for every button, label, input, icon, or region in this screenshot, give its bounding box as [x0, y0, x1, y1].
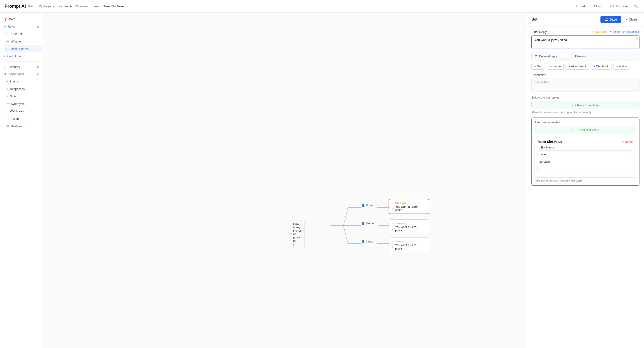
large-node-tag: ☆ pizza size [392, 240, 426, 242]
synonyms-icon: ⇔ [6, 102, 9, 106]
reset-slot-button[interactable]: + + Reset Slot Value [534, 126, 636, 134]
bot-panel-header: Bot 💾 Save ✕ Close [527, 13, 644, 27]
small-tag-text: pizza size [395, 201, 406, 204]
sidebar-item-intents[interactable]: ≡ Intents [4, 78, 42, 85]
main-layout: ❓ FAQ ⇄ Flows ∧ ⊢ Fruit Bot ⊢ Weather ⊢ … [0, 13, 644, 348]
undo-label: Undo [596, 5, 603, 8]
save-icon: 💾 [604, 18, 608, 21]
sidebar-item-slots[interactable]: ≡ Slots [4, 93, 42, 100]
play-icon-large: ▷ [392, 245, 394, 248]
slot-name-label: Slot Name [540, 146, 554, 149]
plus-icon-webhook: + [594, 65, 596, 68]
sidebar-item-responses[interactable]: ≡ Responses [4, 85, 42, 92]
plus-conditions-icon: + [572, 103, 573, 107]
star-icon: ☆ [592, 30, 594, 34]
sidebar-item-weather[interactable]: ⊢ Weather [4, 38, 42, 45]
save-label: Save [610, 18, 617, 21]
topbar: Prompt AI Beta My Projects / Documents /… [0, 0, 644, 13]
sidebar-item-webhooks[interactable]: ○ Webhooks [4, 108, 42, 115]
favorites-label: Favorites [8, 65, 20, 69]
sidebar-item-fruit-bot[interactable]: ⊢ Fruit Bot [4, 30, 42, 38]
description-section: Description [532, 73, 640, 92]
redo-button[interactable]: ↻ Redo [574, 4, 588, 9]
canvas[interactable]: ▷ How many inches of pizza do yo... 👤 Sm… [43, 13, 527, 348]
save-button[interactable]: 💾 Save [600, 16, 621, 23]
dashboard-icon: ⊞ [6, 124, 9, 128]
breadcrumb-documents[interactable]: Documents [58, 5, 72, 8]
project-view-header[interactable]: ⊙ Project View ∧ [0, 71, 43, 78]
sidebar-faq-label: FAQ [9, 18, 15, 21]
redo-label: Redo [580, 5, 586, 8]
close-icon: ✕ [625, 18, 628, 21]
breadcrumb-flows[interactable]: Flows [92, 5, 99, 8]
zoom-button[interactable]: 🔍 [632, 4, 640, 9]
responses-icon: ≡ [6, 87, 8, 91]
add-flow-button[interactable]: + + Add Flow [0, 53, 43, 60]
app-logo: Prompt AI Beta [4, 4, 33, 9]
sidebar-item-reset-slot[interactable]: ⊢ Reset Slot Val... [4, 45, 42, 52]
bot-reply-input[interactable]: You want a {size} pizza. [532, 36, 640, 49]
add-webhook-button[interactable]: + Webhook [591, 63, 612, 70]
add-attachment-button[interactable]: + Attachment [566, 63, 589, 70]
flows-group-header[interactable]: ⇄ Flows ∧ [0, 23, 43, 30]
delayed-unit: millisecond [573, 55, 587, 58]
close-textarea-icon[interactable]: ✕ [636, 36, 638, 41]
slot-name-select[interactable]: size [538, 150, 634, 158]
pizza-size-text: pizza size [595, 30, 607, 34]
action-icon: ◇ [6, 117, 9, 120]
reply-conditions-button[interactable]: + + Reply Conditions [532, 101, 640, 109]
close-button[interactable]: ✕ Close [623, 16, 640, 23]
sparkle-icon: ✦ [610, 30, 612, 34]
medium-node-tag: ☆ pizza size [392, 222, 426, 224]
image-btn-label: Image [552, 65, 561, 68]
x-icon: ✕ [622, 140, 624, 143]
favorites-icon: ☆ [4, 65, 6, 69]
delayed-value-input[interactable]: 500 [560, 54, 571, 59]
reset-slot-card: Reset Slot Value ✕ Delete * Slot Name si… [534, 137, 636, 178]
svg-line-4 [344, 226, 348, 244]
textarea-wrapper: You want a {size} pizza. ✕ [532, 36, 640, 50]
small-intent: 👤 Small [362, 204, 373, 207]
sidebar-item-faq[interactable]: ❓ FAQ [1, 16, 42, 23]
description-input[interactable] [532, 78, 640, 92]
plus-icon: + [534, 65, 536, 68]
select-responses-text: Select from responses [613, 30, 640, 34]
sidebar-item-action[interactable]: ◇ Action [4, 115, 42, 122]
undo-button[interactable]: ↺ Undo [591, 4, 605, 9]
webhook-btn-label: Webhook [596, 65, 608, 68]
reset-card-header: Reset Slot Value ✕ Delete [538, 140, 634, 143]
fullscreen-button[interactable]: ⤢ Full Screen [608, 4, 630, 9]
sidebar-item-synonyms[interactable]: ⇔ Synonyms [4, 100, 42, 107]
large-node-content: ▷ You want a {size} pizza. [392, 243, 426, 250]
beta-badge: Beta [28, 5, 34, 8]
favorites-group-header[interactable]: ☆ Favorites ∨ [0, 64, 43, 71]
slot-value-input[interactable]: 10 inches [538, 165, 634, 172]
breadcrumb-my-projects[interactable]: My Projects [38, 5, 54, 8]
breadcrumb-overview[interactable]: Overview [76, 5, 88, 8]
add-image-button[interactable]: + Image [547, 63, 564, 70]
add-action-button[interactable]: + Action [613, 63, 630, 70]
project-sub: ≡ Intents ≡ Responses ≡ Slots ⇔ Synonyms… [0, 78, 43, 130]
project-view-label: Project View [8, 72, 24, 76]
menu-dots-icon[interactable]: ⋮ [634, 55, 636, 58]
medium-reply-node[interactable]: ☆ pizza size ▷ You want a {size} pizza. [388, 219, 429, 234]
reset-slot-label: + Reset Slot Value [575, 128, 599, 132]
delete-button[interactable]: ✕ Delete [622, 140, 634, 143]
select-from-responses[interactable]: ✦ Select from responses [610, 30, 640, 34]
small-reply-node[interactable]: ☆ pizza size ▷ You want a {size} pizza. [388, 199, 429, 214]
plus-icon-action: + [616, 65, 618, 68]
responses-label: Responses [10, 87, 24, 91]
delete-label: Delete [625, 140, 634, 143]
delayed-reply-row: ⏱ Delayed reply: 500 millisecond ⋮ [532, 52, 640, 61]
description-label: Description [532, 73, 640, 77]
flows-label: Flows [8, 25, 15, 28]
large-reply-node[interactable]: ☆ pizza size ▷ You want a {size} pizza. [388, 238, 429, 252]
reset-card-title: Reset Slot Value [538, 140, 562, 143]
medium-node-content: ▷ You want a {size} pizza. [392, 225, 426, 232]
delayed-label: Delayed reply: [539, 55, 558, 58]
reset-slot-icon: ⊢ [6, 47, 9, 51]
sidebar-item-dashboard[interactable]: ⊞ Dashboard [4, 122, 42, 130]
add-text-button[interactable]: + Text [532, 63, 545, 70]
breadcrumb: My Projects / Documents / Overview / Flo… [38, 5, 124, 8]
app-name: Prompt AI [4, 4, 26, 9]
